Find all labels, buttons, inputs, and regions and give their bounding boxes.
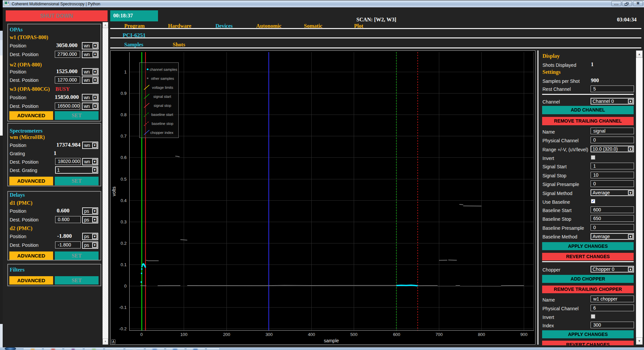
svg-text:0.2: 0.2	[121, 241, 127, 246]
svg-text:800: 800	[478, 332, 485, 337]
svg-text:baseline start: baseline start	[151, 113, 173, 117]
svg-text:0.1: 0.1	[121, 262, 127, 267]
svg-text:other samples: other samples	[151, 76, 174, 80]
svg-text:0: 0	[124, 284, 127, 289]
svg-text:300: 300	[266, 332, 273, 337]
svg-text:0.7: 0.7	[121, 134, 127, 139]
svg-text:900: 900	[520, 332, 528, 337]
svg-text:200: 200	[223, 332, 230, 337]
svg-text:channel samples: channel samples	[150, 67, 177, 71]
svg-text:1: 1	[124, 69, 127, 74]
svg-text:chopper index: chopper index	[150, 131, 174, 135]
svg-text:0.3: 0.3	[121, 219, 127, 224]
svg-text:0.9: 0.9	[121, 91, 127, 96]
svg-text:600: 600	[393, 332, 400, 337]
svg-text:-0.1: -0.1	[119, 305, 127, 310]
svg-text:0.4: 0.4	[121, 198, 127, 203]
svg-text:0.5: 0.5	[121, 177, 127, 182]
svg-text:400: 400	[308, 332, 315, 337]
svg-text:volts: volts	[111, 187, 117, 196]
svg-text:-0.2: -0.2	[119, 326, 127, 331]
svg-text:signal start: signal start	[153, 95, 171, 99]
svg-text:0.8: 0.8	[121, 112, 127, 117]
svg-text:sample: sample	[324, 338, 339, 343]
svg-text:500: 500	[350, 332, 358, 337]
svg-text:voltage limits: voltage limits	[152, 85, 173, 90]
svg-text:700: 700	[436, 332, 443, 337]
svg-text:signal stop: signal stop	[154, 104, 171, 108]
svg-text:0.6: 0.6	[121, 155, 127, 160]
svg-text:baseline stop: baseline stop	[152, 122, 173, 126]
svg-text:0: 0	[140, 332, 143, 337]
svg-text:100: 100	[180, 332, 188, 337]
